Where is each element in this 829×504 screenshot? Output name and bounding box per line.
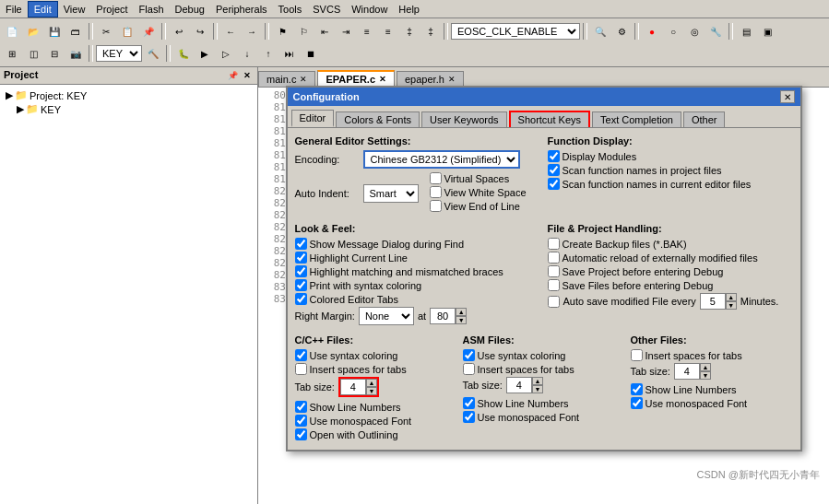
- menu-project[interactable]: Project: [90, 2, 133, 17]
- cpp-insert-spaces-checkbox[interactable]: [295, 363, 307, 375]
- autosave-value[interactable]: [700, 293, 726, 310]
- other-tab-up-btn[interactable]: ▲: [700, 363, 711, 371]
- tb8[interactable]: ⇥: [336, 22, 356, 41]
- menu-debug[interactable]: Debug: [170, 2, 210, 17]
- menu-file[interactable]: File: [0, 2, 28, 17]
- menu-help[interactable]: Help: [393, 2, 425, 17]
- tb30[interactable]: ↑: [258, 44, 278, 63]
- tb12[interactable]: ‡: [420, 22, 441, 41]
- cpp-tab-down-btn[interactable]: ▼: [366, 387, 377, 395]
- view-end-of-line-checkbox[interactable]: [430, 200, 442, 212]
- tb28[interactable]: ▷: [216, 44, 236, 63]
- tb29[interactable]: ↓: [237, 44, 257, 63]
- save-before-debug-checkbox[interactable]: [548, 265, 560, 277]
- open-btn[interactable]: 📂: [23, 22, 43, 41]
- tb32[interactable]: ⏹: [301, 44, 321, 63]
- tb31[interactable]: ⏭: [279, 44, 300, 63]
- dialog-tab-other[interactable]: Other: [683, 111, 726, 127]
- autosave-down-btn[interactable]: ▼: [726, 301, 737, 310]
- other-tab-value[interactable]: [674, 363, 700, 380]
- asm-insert-spaces-checkbox[interactable]: [463, 363, 475, 375]
- undo-btn[interactable]: ↩: [169, 22, 189, 41]
- tb22[interactable]: ◫: [23, 44, 43, 63]
- margin-up-btn[interactable]: ▲: [456, 308, 467, 316]
- tb17[interactable]: ◎: [684, 22, 705, 41]
- autosave-up-btn[interactable]: ▲: [726, 293, 737, 301]
- asm-tab-down-btn[interactable]: ▼: [532, 385, 543, 393]
- fwd-btn[interactable]: →: [242, 22, 262, 41]
- project-key-item[interactable]: ▶ 📁 KEY: [15, 102, 254, 116]
- margin-value[interactable]: [430, 308, 456, 324]
- auto-reload-checkbox[interactable]: [548, 252, 560, 264]
- back-btn[interactable]: ←: [220, 22, 241, 41]
- cpp-tab-up-btn[interactable]: ▲: [366, 379, 377, 387]
- menu-edit[interactable]: Edit: [28, 1, 58, 18]
- display-modules-checkbox[interactable]: [548, 150, 560, 162]
- tb25[interactable]: 🔨: [143, 44, 163, 63]
- highlight-braces-checkbox[interactable]: [295, 265, 307, 277]
- view-white-space-checkbox[interactable]: [430, 186, 442, 198]
- other-monospaced-checkbox[interactable]: [631, 397, 643, 409]
- cpp-syntax-checkbox[interactable]: [295, 349, 307, 361]
- tb18[interactable]: 🔧: [705, 22, 726, 41]
- create-backup-checkbox[interactable]: [548, 238, 560, 250]
- cut-btn[interactable]: ✂: [96, 22, 116, 41]
- tb20[interactable]: ▣: [757, 22, 777, 41]
- tb23[interactable]: ⊟: [44, 44, 65, 63]
- tb11[interactable]: ‡: [399, 22, 420, 41]
- dialog-tab-colors[interactable]: Colors & Fonts: [336, 111, 420, 127]
- menu-tools[interactable]: Tools: [273, 2, 308, 17]
- virtual-spaces-checkbox[interactable]: [430, 172, 442, 184]
- tb19[interactable]: ▤: [736, 22, 756, 41]
- other-show-line-checkbox[interactable]: [631, 383, 643, 395]
- key-dropdown[interactable]: KEY: [96, 45, 142, 62]
- menu-view[interactable]: View: [58, 2, 91, 17]
- other-tab-down-btn[interactable]: ▼: [700, 371, 711, 380]
- auto-indent-select[interactable]: Smart: [363, 184, 419, 203]
- tb13[interactable]: 🔍: [590, 22, 610, 41]
- auto-save-checkbox[interactable]: [548, 296, 560, 308]
- asm-show-line-checkbox[interactable]: [463, 397, 475, 409]
- scan-editor-checkbox[interactable]: [548, 178, 560, 190]
- dialog-tab-editor[interactable]: Editor: [291, 110, 335, 127]
- asm-tab-value[interactable]: [506, 377, 532, 393]
- sidebar-pin-btn[interactable]: 📌: [226, 69, 239, 82]
- redo-btn[interactable]: ↪: [190, 22, 210, 41]
- print-syntax-checkbox[interactable]: [295, 279, 307, 291]
- cpp-monospaced-checkbox[interactable]: [295, 415, 307, 427]
- cpp-outlining-checkbox[interactable]: [295, 428, 307, 440]
- menu-flash[interactable]: Flash: [134, 2, 170, 17]
- asm-syntax-checkbox[interactable]: [463, 349, 475, 361]
- dialog-tab-text-completion[interactable]: Text Completion: [592, 111, 681, 127]
- tb5[interactable]: ⚑: [272, 22, 292, 41]
- save-files-debug-checkbox[interactable]: [548, 279, 560, 291]
- tb7[interactable]: ⇤: [314, 22, 335, 41]
- tb26[interactable]: 🐛: [173, 44, 194, 63]
- tb14[interactable]: ⚙: [611, 22, 632, 41]
- right-margin-select[interactable]: None: [359, 307, 414, 325]
- tb6[interactable]: ⚐: [293, 22, 314, 41]
- copy-btn[interactable]: 📋: [117, 22, 137, 41]
- show-msg-checkbox[interactable]: [295, 238, 307, 250]
- colored-tabs-checkbox[interactable]: [295, 293, 307, 305]
- tb21[interactable]: ⊞: [2, 44, 22, 63]
- tb15[interactable]: ●: [642, 22, 662, 41]
- save-all-btn[interactable]: 🗃: [65, 22, 86, 41]
- tb16[interactable]: ○: [663, 22, 683, 41]
- tb24[interactable]: 📷: [65, 44, 86, 63]
- menu-svcs[interactable]: SVCS: [307, 2, 346, 17]
- new-btn[interactable]: 📄: [2, 22, 22, 41]
- tb10[interactable]: ≡: [378, 22, 398, 41]
- tb27[interactable]: ▶: [195, 44, 215, 63]
- save-btn[interactable]: 💾: [44, 22, 65, 41]
- sidebar-close-btn[interactable]: ✕: [241, 69, 254, 82]
- menu-window[interactable]: Window: [346, 2, 393, 17]
- tb9[interactable]: ≡: [357, 22, 377, 41]
- dialog-tab-user-keywords[interactable]: User Keywords: [421, 111, 507, 127]
- dialog-tab-shortcut[interactable]: Shortcut Keys: [509, 111, 590, 127]
- other-insert-spaces-checkbox[interactable]: [631, 349, 643, 361]
- paste-btn[interactable]: 📌: [138, 22, 159, 41]
- encoding-select[interactable]: Chinese GB2312 (Simplified): [363, 150, 520, 169]
- cpp-tab-value[interactable]: [340, 379, 366, 395]
- cpp-show-line-checkbox[interactable]: [295, 401, 307, 413]
